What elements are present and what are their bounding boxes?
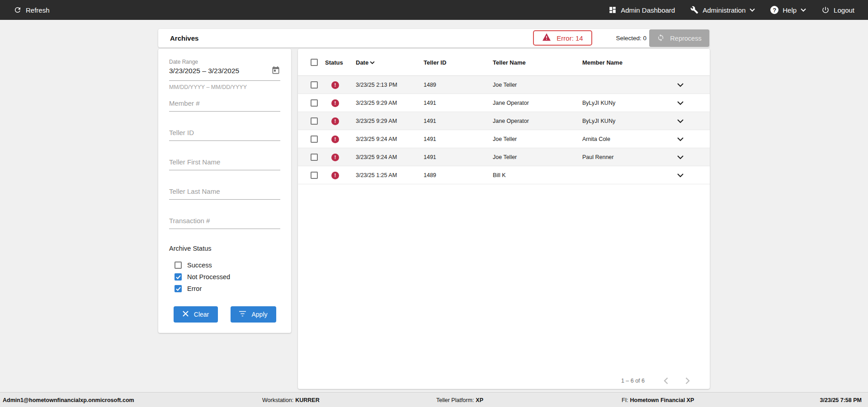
- apply-button[interactable]: Apply: [231, 306, 276, 323]
- cell-teller-name: Jane Operator: [493, 112, 529, 130]
- checkbox-label: Not Processed: [187, 273, 230, 281]
- transaction-underline: [169, 229, 280, 229]
- topbar-right-nav: Admin Dashboard Administration ? Help Lo…: [609, 6, 854, 14]
- row-expand-chevron-icon[interactable]: [677, 76, 684, 94]
- teller-first-underline: [169, 170, 280, 170]
- cell-member-name: Arnita Cole: [582, 130, 610, 148]
- archives-table: Status Date Teller ID Teller Name Member…: [298, 49, 710, 389]
- row-expand-chevron-icon[interactable]: [677, 130, 684, 148]
- financial-institution-info: FI: Hometown Financial XP: [622, 393, 694, 407]
- pagination-range: 1 – 6 of 6: [621, 378, 645, 384]
- error-status-icon: !: [331, 99, 339, 107]
- cell-member-name: Paul Renner: [582, 148, 614, 166]
- administration-label: Administration: [703, 6, 745, 14]
- archive-status-option[interactable]: Success: [175, 259, 274, 271]
- next-page-icon[interactable]: [684, 377, 691, 384]
- column-header-teller-name[interactable]: Teller Name: [493, 49, 526, 76]
- table-row[interactable]: !3/23/25 9:24 AM1491Joe TellerArnita Col…: [298, 130, 710, 148]
- archive-status-option[interactable]: Error: [175, 283, 274, 295]
- cell-date: 3/23/25 2:13 PM: [356, 76, 397, 94]
- checkbox-label: Success: [187, 262, 212, 269]
- checkbox-unchecked[interactable]: [175, 262, 182, 269]
- teller-first-name-field[interactable]: Teller First Name: [169, 158, 220, 166]
- selected-count: Selected: 0: [616, 29, 646, 47]
- table-row[interactable]: !3/23/25 9:29 AM1491Jane OperatorByLyJI …: [298, 94, 710, 112]
- previous-page-icon[interactable]: [663, 377, 669, 384]
- platform-label: Teller Platform:: [436, 397, 474, 403]
- member-number-field[interactable]: Member #: [169, 99, 200, 107]
- archives-header-card: Archives Error: 14 Selected: 0 Reprocess: [158, 29, 709, 47]
- member-underline: [169, 111, 280, 112]
- column-header-member-name[interactable]: Member Name: [582, 49, 623, 76]
- checkbox-checked[interactable]: [175, 273, 182, 281]
- checkbox-label: Error: [187, 285, 202, 292]
- date-header-label: Date: [356, 59, 368, 66]
- column-header-teller-id[interactable]: Teller ID: [424, 49, 446, 76]
- workstation-value: KURRER: [295, 397, 319, 403]
- logout-button[interactable]: Logout: [821, 6, 854, 14]
- row-expand-chevron-icon[interactable]: [677, 166, 684, 184]
- teller-last-underline: [169, 199, 280, 200]
- row-expand-chevron-icon[interactable]: [677, 148, 684, 166]
- column-header-date[interactable]: Date: [356, 49, 375, 76]
- error-count-badge[interactable]: Error: 14: [533, 30, 592, 46]
- table-row[interactable]: !3/23/25 2:13 PM1489Joe Teller: [298, 76, 710, 94]
- row-expand-chevron-icon[interactable]: [677, 94, 684, 112]
- wrench-icon: [690, 6, 698, 14]
- row-checkbox[interactable]: [311, 172, 318, 179]
- workstation-info: Workstation: KURRER: [262, 393, 320, 407]
- row-checkbox[interactable]: [311, 117, 318, 125]
- administration-menu[interactable]: Administration: [690, 6, 755, 14]
- row-checkbox[interactable]: [311, 81, 318, 89]
- logged-in-user: Admin1@hometownfinancialxp.onmicrosoft.c…: [3, 393, 134, 407]
- row-checkbox[interactable]: [311, 136, 318, 143]
- date-range-input[interactable]: 3/23/2025 – 3/23/2025: [169, 67, 239, 75]
- cell-teller-id: 1491: [424, 130, 436, 148]
- cell-member-name: ByLyJI KUNy: [582, 94, 615, 112]
- cell-date: 3/23/25 9:29 AM: [356, 112, 397, 130]
- teller-id-field[interactable]: Teller ID: [169, 129, 194, 136]
- date-range-label: Date Range: [169, 59, 198, 65]
- table-body: !3/23/25 2:13 PM1489Joe Teller!3/23/25 9…: [298, 76, 710, 184]
- cell-member-name: ByLyJI KUNy: [582, 112, 615, 130]
- filters-panel: Date Range 3/23/2025 – 3/23/2025 MM/DD/Y…: [158, 49, 291, 333]
- warning-triangle-icon: [542, 33, 551, 43]
- transaction-number-field[interactable]: Transaction #: [169, 217, 210, 225]
- refresh-button[interactable]: Refresh: [14, 6, 50, 14]
- table-row[interactable]: !3/23/25 9:24 AM1491Joe TellerPaul Renne…: [298, 148, 710, 166]
- error-status-icon: !: [331, 172, 339, 179]
- row-checkbox[interactable]: [311, 154, 318, 161]
- table-row[interactable]: !3/23/25 1:25 AM1489Bill K: [298, 166, 710, 184]
- current-datetime: 3/23/25 7:58 PM: [820, 393, 862, 407]
- cell-teller-id: 1491: [424, 148, 436, 166]
- table-row[interactable]: !3/23/25 9:29 AM1491Jane OperatorByLyJI …: [298, 112, 710, 130]
- error-status-icon: !: [331, 117, 339, 125]
- page-title: Archives: [170, 29, 198, 47]
- x-icon: [183, 311, 189, 318]
- teller-last-name-field[interactable]: Teller Last Name: [169, 187, 220, 195]
- cell-teller-name: Joe Teller: [493, 148, 517, 166]
- refresh-label: Refresh: [26, 6, 50, 14]
- date-range-underline: [169, 80, 280, 81]
- cell-date: 3/23/25 9:24 AM: [356, 130, 397, 148]
- help-menu[interactable]: ? Help: [770, 6, 806, 14]
- select-all-checkbox[interactable]: [311, 59, 318, 66]
- archive-status-option[interactable]: Not Processed: [175, 271, 274, 283]
- admin-dashboard-button[interactable]: Admin Dashboard: [609, 6, 675, 14]
- power-icon: [821, 6, 830, 14]
- column-header-status[interactable]: Status: [325, 49, 343, 76]
- cell-teller-name: Bill K: [493, 166, 505, 184]
- cell-teller-name: Joe Teller: [493, 76, 517, 94]
- help-icon: ?: [770, 6, 778, 14]
- row-expand-chevron-icon[interactable]: [677, 112, 684, 130]
- row-checkbox[interactable]: [311, 99, 318, 107]
- date-range-hint: MM/DD/YYYY – MM/DD/YYYY: [169, 84, 247, 90]
- calendar-icon[interactable]: [271, 66, 280, 75]
- reprocess-button[interactable]: Reprocess: [649, 29, 709, 47]
- checkbox-checked[interactable]: [175, 285, 182, 292]
- clear-button[interactable]: Clear: [174, 306, 218, 323]
- fi-value: Hometown Financial XP: [630, 397, 694, 403]
- logout-label: Logout: [834, 6, 854, 14]
- cell-teller-id: 1491: [424, 112, 436, 130]
- cell-date: 3/23/25 9:24 AM: [356, 148, 397, 166]
